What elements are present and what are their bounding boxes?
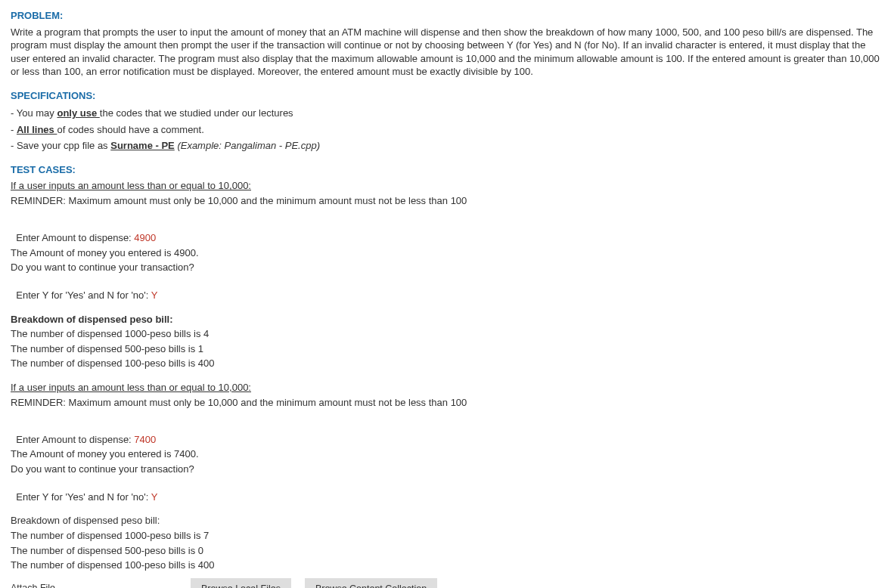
spec-item-3: - Save your cpp file as Surname - PE (Ex… (11, 139, 880, 153)
case2-enter-line: Enter Amount to dispense: 7400 (11, 419, 880, 446)
case2-breakdown-1: The number of dispensed 1000-peso bills … (11, 529, 880, 543)
case1-breakdown-3: The number of dispensed 100-peso bills i… (11, 357, 880, 370)
case1-reminder: REMINDER: Maximum amount must only be 10… (11, 194, 880, 208)
case2-heading: If a user inputs an amount less than or … (11, 381, 880, 395)
case2-breakdown-2: The number of dispensed 500-peso bills i… (11, 544, 880, 558)
case1-heading: If a user inputs an amount less than or … (11, 179, 880, 193)
spec2-pre: - (11, 124, 17, 135)
case1-enter-value: 4900 (134, 232, 156, 243)
spec1-pre: - You may (11, 107, 57, 119)
spec2-underline: All lines (17, 124, 57, 135)
case1-prompt-value: Y (151, 289, 158, 301)
case1-echo: The Amount of money you entered is 4900. (11, 246, 880, 260)
spec-item-2: - All lines of codes should have a comme… (11, 123, 880, 137)
spec2-post: of codes should have a comment. (57, 124, 203, 135)
attach-file-label: Attach File (11, 582, 177, 588)
spec3-underline: Surname - PE (110, 140, 175, 151)
browse-local-files-button[interactable]: Browse Local Files (191, 578, 291, 588)
case1-enter-line: Enter Amount to dispense: 4900 (11, 218, 880, 245)
case1-prompt-line: Enter Y for 'Yes' and N for 'no': Y (11, 276, 880, 302)
problem-heading: PROBLEM: (11, 9, 880, 23)
test-cases-heading: TEST CASES: (11, 163, 880, 177)
case1-breakdown-1: The number of dispensed 1000-peso bills … (11, 327, 880, 341)
case2-enter-prefix: Enter Amount to dispense: (16, 434, 134, 445)
attach-file-row: Attach File Browse Local Files Browse Co… (11, 578, 880, 588)
spec1-post: the codes that we studied under our lect… (100, 107, 293, 119)
case1-breakdown-heading: Breakdown of dispensed peso bill: (11, 313, 880, 326)
case2-prompt-prefix: Enter Y for 'Yes' and N for 'no': (16, 491, 151, 503)
case2-prompt-value: Y (151, 491, 158, 503)
case2-enter-value: 7400 (134, 434, 156, 445)
case1-prompt-prefix: Enter Y for 'Yes' and N for 'no': (16, 289, 151, 301)
case2-breakdown-3: The number of dispensed 100-peso bills i… (11, 559, 880, 572)
case1-breakdown-2: The number of dispensed 500-peso bills i… (11, 342, 880, 356)
spec3-pre: - Save your cpp file as (11, 140, 110, 151)
case1-continue-q: Do you want to continue your transaction… (11, 261, 880, 274)
specifications-list: - You may only use the codes that we stu… (11, 107, 880, 153)
case2-prompt-line: Enter Y for 'Yes' and N for 'no': Y (11, 477, 880, 503)
case1-enter-prefix: Enter Amount to dispense: (16, 232, 134, 243)
case2-breakdown-heading: Breakdown of dispensed peso bill: (11, 514, 880, 528)
specifications-heading: SPECIFICATIONS: (11, 89, 880, 103)
browse-content-collection-button[interactable]: Browse Content Collection (305, 578, 437, 588)
case2-reminder: REMINDER: Maximum amount must only be 10… (11, 396, 880, 410)
problem-text: Write a program that prompts the user to… (11, 26, 880, 79)
case2-echo: The Amount of money you entered is 7400. (11, 447, 880, 461)
spec1-underline: only use (57, 107, 99, 119)
case2-continue-q: Do you want to continue your transaction… (11, 463, 880, 476)
spec3-italic: (Example: Pangaliman - PE.cpp) (175, 140, 320, 151)
spec-item-1: - You may only use the codes that we stu… (11, 107, 880, 120)
